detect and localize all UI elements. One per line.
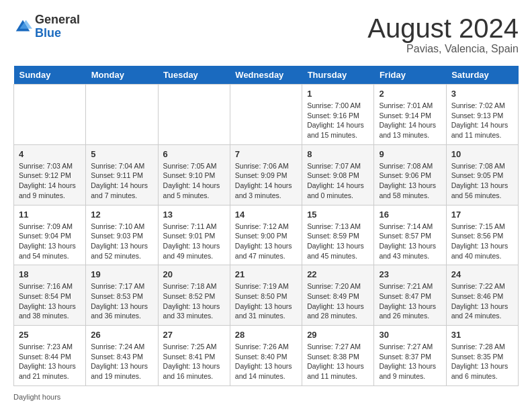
day-number: 11: [19, 210, 81, 220]
calendar-cell: 26 Sunrise: 7:24 AM Sunset: 8:43 PM Dayl…: [86, 326, 158, 386]
calendar-cell: 31 Sunrise: 7:28 AM Sunset: 8:35 PM Dayl…: [446, 326, 518, 386]
logo-blue: Blue: [35, 27, 80, 40]
location: Pavias, Valencia, Spain: [367, 43, 519, 55]
calendar-cell: 2 Sunrise: 7:01 AM Sunset: 9:14 PM Dayli…: [374, 85, 446, 145]
day-of-week-header: Thursday: [302, 66, 374, 85]
day-info: Sunrise: 7:05 AM Sunset: 9:10 PM Dayligh…: [163, 161, 225, 201]
day-info: Sunrise: 7:21 AM Sunset: 8:47 PM Dayligh…: [379, 281, 441, 321]
day-info: Sunrise: 7:10 AM Sunset: 9:03 PM Dayligh…: [91, 222, 152, 261]
calendar-cell: 3 Sunrise: 7:02 AM Sunset: 9:13 PM Dayli…: [446, 85, 518, 145]
day-number: 3: [451, 89, 513, 99]
calendar-week-row: 1 Sunrise: 7:00 AM Sunset: 9:16 PM Dayli…: [14, 85, 519, 145]
day-number: 17: [451, 210, 513, 220]
day-number: 7: [235, 149, 297, 159]
calendar-week-row: 25 Sunrise: 7:23 AM Sunset: 8:44 PM Dayl…: [14, 326, 519, 386]
day-number: 9: [379, 149, 441, 159]
day-number: 25: [19, 330, 81, 340]
day-info: Sunrise: 7:14 AM Sunset: 8:57 PM Dayligh…: [379, 222, 441, 261]
calendar-cell: 20 Sunrise: 7:18 AM Sunset: 8:52 PM Dayl…: [158, 265, 230, 326]
day-of-week-header: Tuesday: [158, 66, 230, 85]
day-number: 1: [307, 89, 369, 99]
calendar-cell: 7 Sunrise: 7:06 AM Sunset: 9:09 PM Dayli…: [230, 144, 302, 205]
day-info: Sunrise: 7:27 AM Sunset: 8:37 PM Dayligh…: [379, 342, 441, 381]
daylight-label: Daylight hours: [13, 393, 60, 401]
calendar-cell: 30 Sunrise: 7:27 AM Sunset: 8:37 PM Dayl…: [374, 326, 446, 386]
day-info: Sunrise: 7:20 AM Sunset: 8:49 PM Dayligh…: [307, 281, 369, 321]
calendar-cell: 15 Sunrise: 7:13 AM Sunset: 8:59 PM Dayl…: [302, 205, 374, 265]
day-info: Sunrise: 7:00 AM Sunset: 9:16 PM Dayligh…: [307, 101, 369, 140]
day-info: Sunrise: 7:18 AM Sunset: 8:52 PM Dayligh…: [163, 281, 225, 321]
day-info: Sunrise: 7:08 AM Sunset: 9:06 PM Dayligh…: [379, 161, 441, 201]
day-info: Sunrise: 7:22 AM Sunset: 8:46 PM Dayligh…: [451, 281, 513, 321]
day-number: 26: [91, 330, 152, 340]
calendar-cell: 9 Sunrise: 7:08 AM Sunset: 9:06 PM Dayli…: [374, 144, 446, 205]
day-info: Sunrise: 7:06 AM Sunset: 9:09 PM Dayligh…: [235, 161, 297, 201]
header-row: SundayMondayTuesdayWednesdayThursdayFrid…: [14, 66, 519, 85]
calendar-cell: [86, 85, 158, 145]
day-number: 10: [451, 149, 513, 159]
title-block: August 2024 Pavias, Valencia, Spain: [367, 13, 519, 55]
calendar-cell: 24 Sunrise: 7:22 AM Sunset: 8:46 PM Dayl…: [446, 265, 518, 326]
day-info: Sunrise: 7:16 AM Sunset: 8:54 PM Dayligh…: [19, 281, 81, 321]
day-info: Sunrise: 7:02 AM Sunset: 9:13 PM Dayligh…: [451, 101, 513, 140]
page-header: General Blue August 2024 Pavias, Valenci…: [13, 13, 519, 55]
day-number: 30: [379, 330, 441, 340]
day-info: Sunrise: 7:13 AM Sunset: 8:59 PM Dayligh…: [307, 222, 369, 261]
day-number: 5: [91, 149, 152, 159]
calendar-cell: [14, 85, 86, 145]
calendar-cell: 29 Sunrise: 7:27 AM Sunset: 8:38 PM Dayl…: [302, 326, 374, 386]
calendar-cell: 21 Sunrise: 7:19 AM Sunset: 8:50 PM Dayl…: [230, 265, 302, 326]
day-of-week-header: Wednesday: [230, 66, 302, 85]
day-of-week-header: Saturday: [446, 66, 518, 85]
logo-icon: [13, 17, 32, 36]
day-info: Sunrise: 7:27 AM Sunset: 8:38 PM Dayligh…: [307, 342, 369, 381]
day-number: 24: [451, 269, 513, 279]
day-number: 28: [235, 330, 297, 340]
day-number: 20: [163, 269, 225, 279]
calendar-cell: 1 Sunrise: 7:00 AM Sunset: 9:16 PM Dayli…: [302, 85, 374, 145]
day-info: Sunrise: 7:25 AM Sunset: 8:41 PM Dayligh…: [163, 342, 225, 381]
day-info: Sunrise: 7:04 AM Sunset: 9:11 PM Dayligh…: [91, 161, 152, 201]
calendar-week-row: 11 Sunrise: 7:09 AM Sunset: 9:04 PM Dayl…: [14, 205, 519, 265]
day-number: 2: [379, 89, 441, 99]
day-info: Sunrise: 7:19 AM Sunset: 8:50 PM Dayligh…: [235, 281, 297, 321]
day-info: Sunrise: 7:26 AM Sunset: 8:40 PM Dayligh…: [235, 342, 297, 381]
calendar-cell: [230, 85, 302, 145]
logo-general: General: [35, 13, 80, 27]
calendar-cell: 12 Sunrise: 7:10 AM Sunset: 9:03 PM Dayl…: [86, 205, 158, 265]
day-of-week-header: Friday: [374, 66, 446, 85]
day-of-week-header: Sunday: [14, 66, 86, 85]
day-number: 12: [91, 210, 152, 220]
calendar-cell: 22 Sunrise: 7:20 AM Sunset: 8:49 PM Dayl…: [302, 265, 374, 326]
day-info: Sunrise: 7:07 AM Sunset: 9:08 PM Dayligh…: [307, 161, 369, 201]
day-number: 21: [235, 269, 297, 279]
day-info: Sunrise: 7:12 AM Sunset: 9:00 PM Dayligh…: [235, 222, 297, 261]
calendar-cell: 4 Sunrise: 7:03 AM Sunset: 9:12 PM Dayli…: [14, 144, 86, 205]
footer: Daylight hours: [13, 393, 519, 401]
calendar-cell: 19 Sunrise: 7:17 AM Sunset: 8:53 PM Dayl…: [86, 265, 158, 326]
day-number: 18: [19, 269, 81, 279]
calendar-week-row: 18 Sunrise: 7:16 AM Sunset: 8:54 PM Dayl…: [14, 265, 519, 326]
calendar-cell: 11 Sunrise: 7:09 AM Sunset: 9:04 PM Dayl…: [14, 205, 86, 265]
day-number: 15: [307, 210, 369, 220]
day-number: 19: [91, 269, 152, 279]
day-info: Sunrise: 7:09 AM Sunset: 9:04 PM Dayligh…: [19, 222, 81, 261]
day-info: Sunrise: 7:15 AM Sunset: 8:56 PM Dayligh…: [451, 222, 513, 261]
day-info: Sunrise: 7:24 AM Sunset: 8:43 PM Dayligh…: [91, 342, 152, 381]
day-number: 27: [163, 330, 225, 340]
calendar-cell: 16 Sunrise: 7:14 AM Sunset: 8:57 PM Dayl…: [374, 205, 446, 265]
day-info: Sunrise: 7:17 AM Sunset: 8:53 PM Dayligh…: [91, 281, 152, 321]
day-number: 23: [379, 269, 441, 279]
calendar-week-row: 4 Sunrise: 7:03 AM Sunset: 9:12 PM Dayli…: [14, 144, 519, 205]
day-number: 8: [307, 149, 369, 159]
logo: General Blue: [13, 13, 80, 40]
day-number: 14: [235, 210, 297, 220]
calendar-cell: [158, 85, 230, 145]
calendar-cell: 23 Sunrise: 7:21 AM Sunset: 8:47 PM Dayl…: [374, 265, 446, 326]
day-info: Sunrise: 7:03 AM Sunset: 9:12 PM Dayligh…: [19, 161, 81, 201]
day-info: Sunrise: 7:08 AM Sunset: 9:05 PM Dayligh…: [451, 161, 513, 201]
calendar-cell: 6 Sunrise: 7:05 AM Sunset: 9:10 PM Dayli…: [158, 144, 230, 205]
day-of-week-header: Monday: [86, 66, 158, 85]
day-info: Sunrise: 7:01 AM Sunset: 9:14 PM Dayligh…: [379, 101, 441, 140]
month-year: August 2024: [367, 13, 519, 43]
